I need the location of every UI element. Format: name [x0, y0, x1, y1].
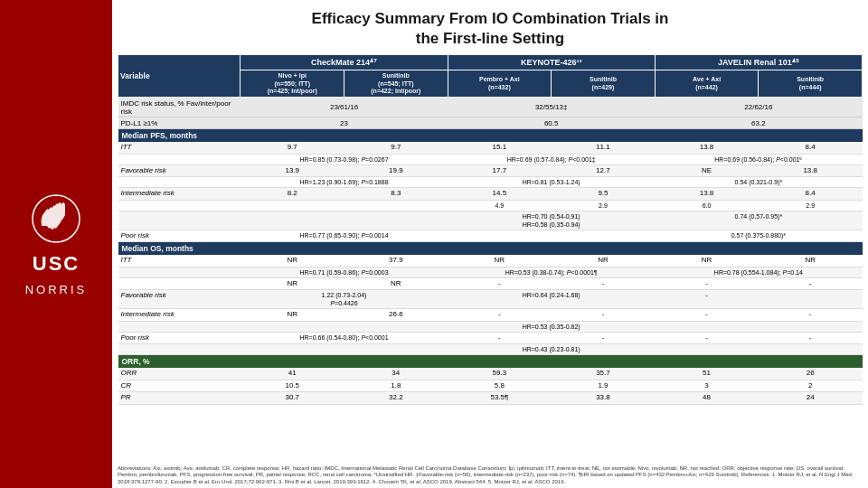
orr-suni-k: 35.7: [552, 368, 656, 380]
pfs-int-suni-k: 9.5: [552, 188, 656, 200]
pfs-itt-hr-spacer: [118, 154, 241, 164]
pfs-int-row: Intermediate risk 8.2 8.3 14.5 9.5 13.8 …: [118, 188, 863, 200]
pfs-itt-hr-row: HR=0.85 (0.73-0.98); P=0.0267 HR=0.69 (0…: [118, 154, 863, 164]
pfs-fav-suni-k: 12.7: [552, 164, 656, 176]
pdl1-row: PD-L1 ≥1% 23 60.5 63.2: [118, 117, 863, 129]
cr-nivo: 10.5: [241, 380, 344, 391]
cr-row: CR 10.5 1.8 5.8 1.9 3 2: [118, 380, 863, 391]
pfs-int-pembro: 14.5: [448, 188, 552, 200]
pfs-label: Median PFS, months: [118, 129, 863, 143]
usc-title: USC: [33, 253, 80, 275]
os-cm-hr: HR=0.71 (0.59-0.86); P=0.0003: [241, 267, 448, 277]
cr-suni-j: 2: [759, 380, 863, 391]
pfs-pembro-val: 15.1: [448, 142, 552, 154]
keynote-header: KEYNOTE-426¹³: [448, 55, 655, 70]
orr-ave: 51: [655, 368, 759, 380]
os-int-nivo: NR: [241, 309, 344, 321]
os-int-var: Intermediate risk: [118, 309, 241, 321]
usc-norris-sidebar: USC NORRIS: [0, 0, 112, 488]
pfs-section-header: Median PFS, months: [118, 129, 863, 143]
page-wrapper: USC NORRIS Efficacy Summary From IO Comb…: [0, 0, 868, 488]
os-suni-j-val: NR: [759, 255, 863, 267]
cr-suni-k: 1.9: [552, 380, 656, 391]
pfs-itt-cm-hr: HR=0.85 (0.73-0.98); P=0.0267: [241, 154, 448, 164]
os-pembro-val: NR: [448, 255, 552, 267]
os-ave-val: NR: [655, 255, 759, 267]
variable-header: Variable: [118, 55, 241, 98]
norris-title: NORRIS: [25, 283, 88, 296]
os-poor-var: Poor risk: [118, 332, 241, 343]
os-poor-hr-row: HR=0.43 (0.23-0.81): [118, 344, 863, 355]
cr-ave: 3: [655, 380, 759, 391]
orr-label: ORR, %: [118, 355, 863, 369]
pfs-fav-pembro: 17.7: [448, 164, 552, 176]
pfs-int-k-val3: 2.9: [552, 200, 656, 211]
header-trials-row: Variable CheckMate 214⁴⁷ KEYNOTE-426¹³ J…: [118, 55, 863, 70]
pfs-poor-j-hr: 0.57 (0.375-0.880)*: [655, 230, 862, 242]
imdc-k: 32/55/13‡: [448, 98, 655, 117]
pfs-fav-k-hr: HR=0.81 (0.53-1.24): [448, 177, 655, 188]
pfs-poor-var: Poor risk: [118, 230, 241, 242]
pfs-fav-row: Favorable risk 13.9 19.9 17.7 12.7 NE 13…: [118, 164, 863, 176]
pfs-int-nivo: 8.2: [241, 188, 344, 200]
pfs-fav-ave: NE: [655, 164, 759, 176]
imdc-row: IMDC risk status, % Fav/inter/poor risk …: [118, 98, 863, 117]
os-itt-hr-row: HR=0.71 (0.59-0.86); P=0.0003 HR=0.53 (0…: [118, 267, 863, 277]
orr-row: ORR 41 34 59.3 35.7 51 26: [118, 368, 863, 380]
pr-suni-cm: 32.2: [344, 392, 448, 404]
os-fav-k: HR=0.64 (0.24-1.68): [448, 290, 655, 309]
os-fav-row: Favorable risk 1.22 (0.73-2.04)P=0.4426 …: [118, 290, 863, 309]
pdl1-k: 60.5: [448, 117, 655, 129]
javelin-header: JAVELIN Renal 101⁴⁵: [655, 55, 862, 70]
cr-suni-cm: 1.8: [344, 380, 448, 391]
pr-row: PR 30.7 32.2 53.5¶ 33.8 48 24: [118, 392, 863, 404]
checkmate-header: CheckMate 214⁴⁷: [241, 55, 448, 70]
suni-j-header: Sunitinib(n=444): [759, 70, 863, 98]
pfs-poor-k: [448, 230, 655, 242]
os-j-hr: HR=0.78 (0.554-1.084); P=0.14: [655, 267, 862, 277]
main-content: Efficacy Summary From IO Combination Tri…: [112, 0, 868, 488]
pfs-fav-suni-cm: 19.9: [344, 164, 448, 176]
pfs-suni-k-val: 11.1: [552, 142, 656, 154]
pdl1-label: PD-L1 ≥1%: [118, 117, 241, 129]
usc-logo-icon: [29, 192, 83, 246]
pfs-fav-hr-spacer: [118, 177, 241, 188]
os-int-hr-row: HR=0.53 (0.35-0.82): [118, 321, 863, 332]
orr-section-header: ORR, %: [118, 355, 863, 369]
pfs-fav-suni-j: 13.8: [759, 164, 863, 176]
os-section-header: Median OS, months: [118, 242, 863, 256]
pfs-int-k-val2: 4.9: [448, 200, 552, 211]
footnotes: Abbreviations: Axi, axitinib; Ave, avelu…: [112, 464, 868, 488]
pfs-fav-j-hr: 0.54 (0.321-0.9)*: [655, 177, 862, 188]
pfs-poor-cm-hr: HR=0.77 (0.65-0.90); P=0.0014: [241, 230, 448, 242]
os-suni-cm-val: 37.9: [344, 255, 448, 267]
cr-pembro: 5.8: [448, 380, 552, 391]
pembro-axi-header: Pembro + Axi(n=432): [448, 70, 552, 98]
page-title: Efficacy Summary From IO Combination Tri…: [112, 0, 868, 54]
pfs-suni-cm-val: 9.7: [344, 142, 448, 154]
pr-var: PR: [118, 392, 241, 404]
os-itt-nr-row: NR NR - - - -: [118, 277, 863, 289]
os-poor-cm-hr: HR=0.66 (0.54-0.80); P<0.0001: [241, 332, 448, 343]
suni-k-header: Sunitinib(n=429): [552, 70, 656, 98]
pr-ave: 48: [655, 392, 759, 404]
os-fav-var: Favorable risk: [118, 290, 241, 309]
pfs-int-suni-cm: 8.3: [344, 188, 448, 200]
pfs-int-j-val2: 6.0: [655, 200, 759, 211]
pfs-int-j-hr: 0.74 (0.57-0.95)*: [655, 211, 862, 230]
pfs-itt-row: ITT 9.7 9.7 15.1 11.1 13.8 8.4: [118, 142, 863, 154]
pfs-itt-k-hr: HR=0.69 (0.57-0.84); P<0.001‡: [448, 154, 655, 164]
pfs-int-hr-spacer: [118, 200, 241, 211]
pfs-suni-j-val: 8.4: [759, 142, 863, 154]
pfs-itt-j-hr: HR=0.69 (0.56-0.84); P<0.001⁶: [655, 154, 862, 164]
pfs-int-var: Intermediate risk: [118, 188, 241, 200]
ave-axi-header: Ave + Axi(n=442): [655, 70, 759, 98]
pfs-ave-val: 13.8: [655, 142, 759, 154]
suni-cm-header: Sunitinib(n=545; ITT)(n=422; Int/poor): [344, 70, 448, 98]
pfs-fav-var: Favorable risk: [118, 164, 241, 176]
pfs-int-j-val3: 2.9: [759, 200, 863, 211]
imdc-j: 22/62/16: [655, 98, 862, 117]
os-itt-row: ITT NR 37.9 NR NR NR NR: [118, 255, 863, 267]
os-suni-k-val: NR: [552, 255, 656, 267]
pfs-int-k-hr-row: HR=0.70 (0.54-0.91)HR=0.58 (0.35-0.94) 0…: [118, 211, 863, 230]
